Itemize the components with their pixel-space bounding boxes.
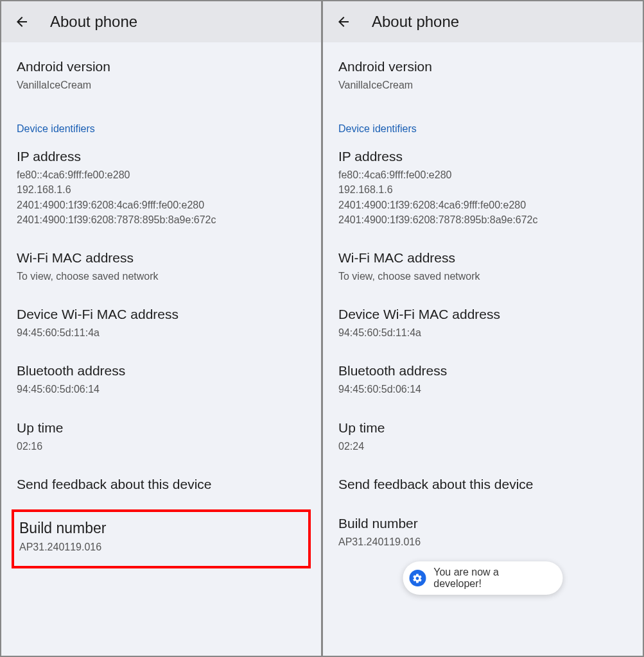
right-panel: About phone Android version VanillaIceCr… xyxy=(323,1,643,656)
device-identifiers-header: Device identifiers xyxy=(338,104,627,137)
ip-address-item[interactable]: IP address fe80::4ca6:9fff:fe00:e280 192… xyxy=(17,137,306,239)
ip-address-label: IP address xyxy=(17,149,306,164)
device-wifi-mac-item[interactable]: Device Wi-Fi MAC address 94:45:60:5d:11:… xyxy=(17,295,306,352)
bluetooth-item[interactable]: Bluetooth address 94:45:60:5d:06:14 xyxy=(338,352,627,408)
toast-text: You are now a developer! xyxy=(433,567,548,590)
build-number-value: AP31.240119.016 xyxy=(19,540,303,554)
wifi-mac-item[interactable]: Wi-Fi MAC address To view, choose saved … xyxy=(17,239,306,295)
bluetooth-item[interactable]: Bluetooth address 94:45:60:5d:06:14 xyxy=(17,352,306,408)
feedback-item[interactable]: Send feedback about this device xyxy=(17,465,306,507)
android-version-label: Android version xyxy=(338,59,627,74)
device-wifi-mac-label: Device Wi-Fi MAC address xyxy=(17,307,306,322)
page-title: About phone xyxy=(372,13,459,31)
uptime-value: 02:16 xyxy=(17,439,306,454)
wifi-mac-value: To view, choose saved network xyxy=(17,269,306,284)
ip-address-label: IP address xyxy=(338,149,627,164)
back-arrow-icon[interactable] xyxy=(336,14,351,30)
uptime-label: Up time xyxy=(338,420,627,436)
android-version-item[interactable]: Android version VanillaIceCream xyxy=(17,47,306,104)
left-panel: About phone Android version VanillaIceCr… xyxy=(1,1,321,656)
app-bar: About phone xyxy=(323,1,643,42)
bluetooth-value: 94:45:60:5d:06:14 xyxy=(17,382,306,397)
uptime-item[interactable]: Up time 02:16 xyxy=(17,409,306,465)
build-number-label: Build number xyxy=(19,520,303,537)
page-title: About phone xyxy=(50,13,137,31)
app-bar: About phone xyxy=(1,1,321,42)
ip-address-item[interactable]: IP address fe80::4ca6:9fff:fe00:e280 192… xyxy=(338,137,627,239)
device-wifi-mac-item[interactable]: Device Wi-Fi MAC address 94:45:60:5d:11:… xyxy=(338,295,627,352)
ip-address-value: fe80::4ca6:9fff:fe00:e280 192.168.1.6 24… xyxy=(17,167,306,227)
uptime-item[interactable]: Up time 02:24 xyxy=(338,409,627,465)
bluetooth-value: 94:45:60:5d:06:14 xyxy=(338,382,627,397)
feedback-item[interactable]: Send feedback about this device xyxy=(338,465,627,507)
build-number-value: AP31.240119.016 xyxy=(338,534,627,549)
device-identifiers-header: Device identifiers xyxy=(17,104,306,137)
android-version-value: VanillaIceCream xyxy=(338,78,627,92)
build-number-item[interactable]: Build number AP31.240119.016 xyxy=(338,507,627,561)
bluetooth-label: Bluetooth address xyxy=(338,363,627,379)
developer-toast: You are now a developer! xyxy=(403,561,563,595)
device-wifi-mac-value: 94:45:60:5d:11:4a xyxy=(338,325,627,340)
build-number-highlight: Build number AP31.240119.016 xyxy=(12,509,311,568)
build-number-label: Build number xyxy=(338,516,627,531)
wifi-mac-label: Wi-Fi MAC address xyxy=(17,250,306,266)
wifi-mac-item[interactable]: Wi-Fi MAC address To view, choose saved … xyxy=(338,239,627,295)
content-area: Android version VanillaIceCream Device i… xyxy=(1,42,321,656)
back-arrow-icon[interactable] xyxy=(14,14,30,30)
feedback-label: Send feedback about this device xyxy=(338,477,627,492)
device-wifi-mac-value: 94:45:60:5d:11:4a xyxy=(17,325,306,340)
bluetooth-label: Bluetooth address xyxy=(17,363,306,379)
build-number-item[interactable]: Build number AP31.240119.016 xyxy=(19,520,303,554)
uptime-label: Up time xyxy=(17,420,306,436)
android-version-label: Android version xyxy=(17,59,306,74)
ip-address-value: fe80::4ca6:9fff:fe00:e280 192.168.1.6 24… xyxy=(338,167,627,227)
gear-icon xyxy=(410,570,426,586)
uptime-value: 02:24 xyxy=(338,439,627,454)
android-version-item[interactable]: Android version VanillaIceCream xyxy=(338,47,627,104)
wifi-mac-label: Wi-Fi MAC address xyxy=(338,250,627,266)
wifi-mac-value: To view, choose saved network xyxy=(338,269,627,284)
device-wifi-mac-label: Device Wi-Fi MAC address xyxy=(338,307,627,322)
android-version-value: VanillaIceCream xyxy=(17,78,306,92)
feedback-label: Send feedback about this device xyxy=(17,477,306,492)
